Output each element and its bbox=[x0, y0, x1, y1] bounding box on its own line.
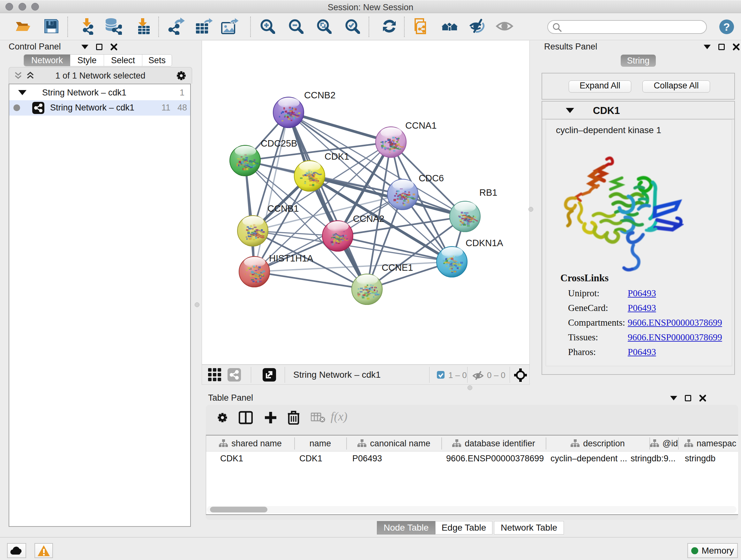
svg-text:CCNB2: CCNB2 bbox=[304, 90, 335, 100]
svg-text:CCNA2: CCNA2 bbox=[353, 213, 384, 224]
svg-text:CCNE1: CCNE1 bbox=[382, 262, 413, 273]
svg-text:CDK1: CDK1 bbox=[325, 151, 349, 162]
svg-text:CCNA1: CCNA1 bbox=[405, 120, 436, 131]
svg-text:CDKN1A: CDKN1A bbox=[466, 238, 503, 248]
svg-text:CCNB1: CCNB1 bbox=[267, 203, 299, 213]
svg-text:CDC25B: CDC25B bbox=[261, 138, 297, 148]
svg-text:RB1: RB1 bbox=[479, 187, 497, 198]
svg-text:HIST1H1A: HIST1H1A bbox=[269, 253, 313, 263]
svg-text:CDC6: CDC6 bbox=[419, 173, 444, 183]
